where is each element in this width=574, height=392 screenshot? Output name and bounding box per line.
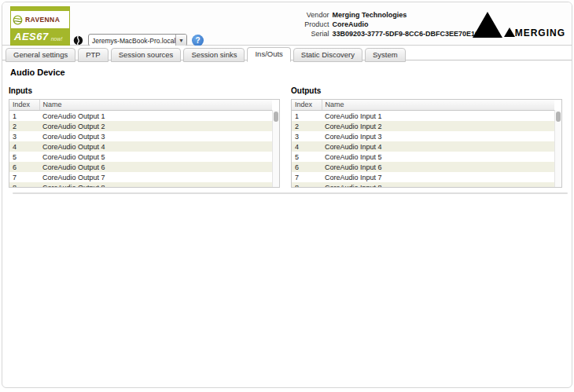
cell-index: 2: [9, 121, 39, 131]
ins-outs-panel: Audio Device Inputs Index Name: [2, 68, 572, 194]
inputs-scrollbar-thumb[interactable]: [274, 112, 278, 122]
cell-index: 7: [9, 172, 39, 182]
outputs-col-header-index: Index: [292, 100, 322, 110]
io-columns: Inputs Index Name 1: [9, 86, 572, 188]
cell-name: CoreAudio Output 5: [39, 152, 272, 162]
table-row-8: 8 CoreAudio Output 8: [9, 182, 272, 189]
cell-index: 6: [9, 162, 39, 172]
help-icon[interactable]: ?: [192, 35, 204, 46]
brand-name: RAVENNA: [25, 16, 60, 24]
cell-name: CoreAudio Output 7: [39, 172, 272, 182]
table-row-4: 4 CoreAudio Input 4: [292, 141, 554, 152]
cell-index: 7: [292, 172, 322, 182]
merging-triangle-icon: [473, 12, 502, 38]
header: RAVENNA AES67 now! Jeremys-MacBook-Pro.l…: [2, 2, 572, 46]
cell-index: 4: [9, 141, 39, 152]
table-row-2: 2 CoreAudio Input 2: [292, 121, 554, 131]
tab-label: Session sinks: [191, 50, 237, 59]
aes67-label: AES67: [14, 31, 49, 42]
table-row-7: 7 CoreAudio Output 7: [9, 172, 272, 182]
outputs-column: Outputs Index Name 1: [291, 86, 562, 188]
cell-name: CoreAudio Input 6: [322, 162, 554, 172]
tab-bar: General settingsPTPSession sourcesSessio…: [2, 46, 572, 60]
outputs-heading: Outputs: [291, 86, 562, 95]
table-row-1: 1 CoreAudio Input 1: [292, 110, 554, 121]
horizontal-divider: [13, 192, 568, 194]
tab-label: System: [373, 50, 398, 59]
cell-name: CoreAudio Input 4: [322, 141, 554, 152]
table-row-5: 5 CoreAudio Output 5: [9, 152, 272, 162]
cell-name: CoreAudio Input 7: [322, 172, 554, 182]
cell-name: CoreAudio Input 2: [322, 121, 554, 131]
tab-session-sinks[interactable]: Session sinks: [183, 48, 245, 62]
merging-logo: MERGING: [473, 12, 565, 38]
serial-label: Serial: [304, 30, 329, 38]
cell-name: CoreAudio Input 8: [322, 182, 554, 189]
cell-index: 8: [292, 182, 322, 189]
cell-name: CoreAudio Output 1: [39, 110, 272, 121]
vendor-info: Vendor Merging Technologies Product Core…: [304, 11, 479, 38]
page-title: Audio Device: [10, 68, 572, 77]
inputs-col-header-index: Index: [9, 100, 39, 110]
table-row-7: 7 CoreAudio Input 7: [292, 172, 554, 182]
outputs-scrollbar[interactable]: [554, 110, 561, 187]
ravenna-logo: RAVENNA AES67 now!: [10, 6, 70, 46]
tab-general-settings[interactable]: General settings: [6, 48, 75, 62]
device-select[interactable]: Jeremys-MacBook-Pro.local.: [88, 34, 187, 46]
inputs-heading: Inputs: [9, 86, 280, 95]
ravenna-swirl-icon: [13, 15, 23, 25]
cell-name: CoreAudio Output 2: [39, 121, 272, 131]
product-label: Product: [304, 20, 329, 28]
globe-icon: [73, 35, 83, 46]
tab-static-discovery[interactable]: Static Discovery: [293, 48, 362, 62]
tab-label: Session sources: [119, 50, 174, 59]
cell-index: 1: [292, 110, 322, 121]
tab-label: General settings: [13, 50, 68, 59]
device-selector-row: Jeremys-MacBook-Pro.local. ?: [73, 34, 204, 46]
app-window: RAVENNA AES67 now! Jeremys-MacBook-Pro.l…: [2, 2, 572, 388]
table-row-6: 6 CoreAudio Input 6: [292, 162, 554, 172]
tab-label: Static Discovery: [301, 50, 355, 59]
cell-index: 8: [9, 182, 39, 189]
cell-name: CoreAudio Input 3: [322, 131, 554, 141]
merging-wordmark: MERGING: [504, 27, 565, 38]
merging-text: MERGING: [515, 28, 565, 38]
outputs-table: Index Name 1 CoreAudio Input 1 2 Cor: [291, 99, 562, 188]
table-row-3: 3 CoreAudio Input 3: [292, 131, 554, 141]
cell-name: CoreAudio Output 3: [39, 131, 272, 141]
merging-small-triangle-icon: [504, 27, 515, 37]
vendor-value: Merging Technologies: [332, 11, 479, 19]
tab-ins-outs[interactable]: Ins/Outs: [247, 47, 290, 62]
cell-name: CoreAudio Output 4: [39, 141, 272, 152]
now-label: now!: [51, 36, 63, 42]
vendor-label: Vendor: [304, 11, 329, 19]
cell-index: 2: [292, 121, 322, 131]
table-row-2: 2 CoreAudio Output 2: [9, 121, 272, 131]
cell-name: CoreAudio Input 1: [322, 110, 554, 121]
table-row-1: 1 CoreAudio Output 1: [9, 110, 272, 121]
tab-session-sources[interactable]: Session sources: [111, 48, 182, 62]
cell-index: 5: [9, 152, 39, 162]
cell-name: CoreAudio Output 6: [39, 162, 272, 172]
serial-value: 33B09203-3777-5DF9-8CC6-DBFC3EE70E10: [332, 30, 479, 38]
cell-index: 4: [292, 141, 322, 152]
cell-index: 6: [292, 162, 322, 172]
tab-system[interactable]: System: [365, 48, 406, 62]
product-value: CoreAudio: [332, 20, 479, 28]
logo-bottom: AES67 now!: [11, 28, 69, 45]
device-select-value: Jeremys-MacBook-Pro.local.: [89, 35, 175, 46]
inputs-col-header-name: Name: [39, 100, 272, 110]
chevron-down-icon[interactable]: [175, 35, 186, 46]
outputs-scrollbar-thumb[interactable]: [556, 112, 561, 122]
table-row-4: 4 CoreAudio Output 4: [9, 141, 272, 152]
cell-index: 3: [9, 131, 39, 141]
table-row-6: 6 CoreAudio Output 6: [9, 162, 272, 172]
inputs-scrollbar[interactable]: [272, 110, 279, 187]
table-row-3: 3 CoreAudio Output 3: [9, 131, 272, 141]
tab-label: Ins/Outs: [255, 49, 282, 58]
inputs-table: Index Name 1 CoreAudio Output 1 2 Co: [9, 99, 280, 188]
table-row-8: 8 CoreAudio Input 8: [292, 182, 554, 189]
cell-name: CoreAudio Output 8: [39, 182, 272, 189]
cell-index: 3: [292, 131, 322, 141]
tab-ptp[interactable]: PTP: [78, 48, 108, 62]
